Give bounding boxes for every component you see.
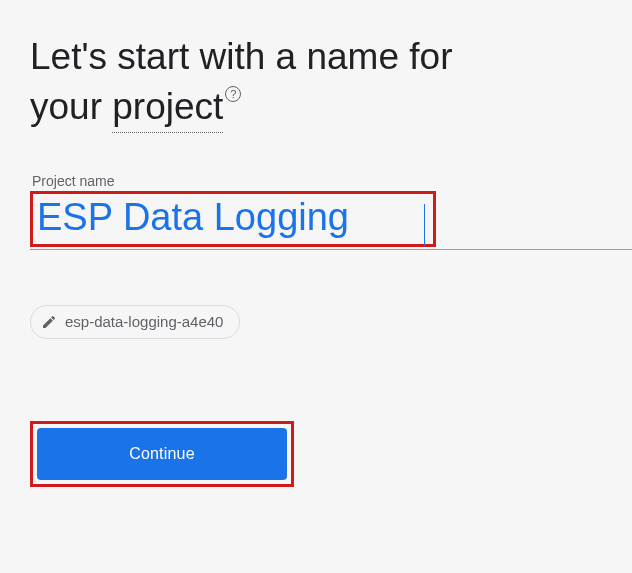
pencil-icon [41,314,57,330]
project-id-chip[interactable]: esp-data-logging-a4e40 [30,305,240,339]
project-name-label: Project name [30,173,450,189]
project-id-text: esp-data-logging-a4e40 [65,313,223,330]
heading-project-word[interactable]: project [112,82,223,133]
help-icon[interactable]: ? [225,86,241,102]
page-heading: Let's start with a name for your project… [30,32,602,133]
project-name-input[interactable] [33,194,433,244]
continue-button[interactable]: Continue [37,428,287,480]
heading-line2-prefix: your [30,86,112,127]
continue-highlight: Continue [30,421,294,487]
text-caret [424,204,425,246]
project-name-highlight [30,191,436,247]
heading-line1: Let's start with a name for [30,36,452,77]
input-underline [30,249,632,250]
